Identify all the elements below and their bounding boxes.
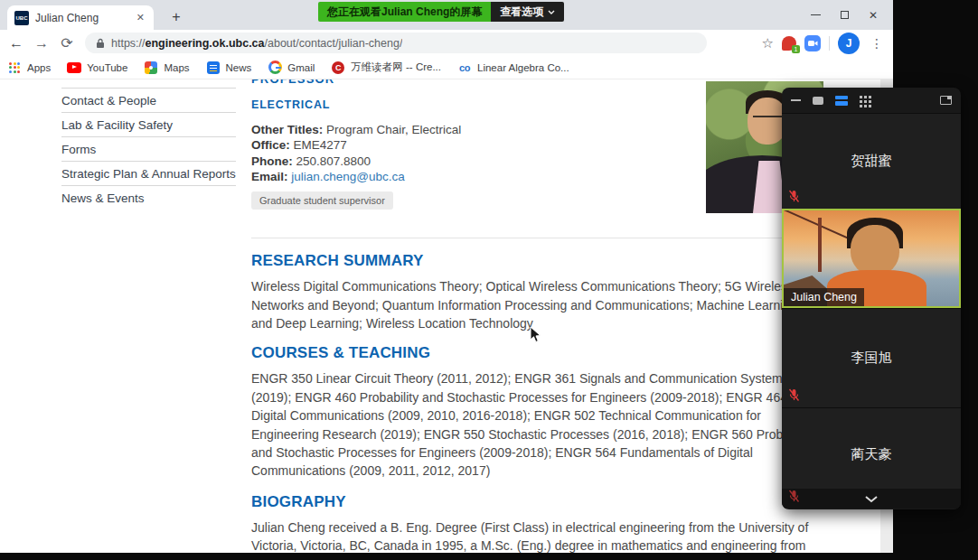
tab-title: Julian Cheng bbox=[35, 12, 128, 24]
biography-body: Julian Cheng received a B. Eng. Degree (… bbox=[251, 518, 893, 553]
gallery-view-icon[interactable] bbox=[860, 96, 862, 98]
zoom-panel-toolbar bbox=[782, 88, 961, 113]
toolbar-right: ☆ 1 J ⋮ bbox=[762, 30, 886, 56]
forward-button[interactable]: → bbox=[29, 35, 54, 51]
coursera-icon: co bbox=[457, 61, 472, 75]
speaker-view-icon[interactable] bbox=[813, 97, 823, 105]
profile-avatar[interactable]: J bbox=[838, 33, 860, 54]
participant-name-label: Julian Cheng bbox=[784, 288, 864, 306]
chevron-down-icon bbox=[548, 10, 555, 14]
collapse-chevron-icon[interactable] bbox=[864, 495, 879, 503]
bookmark-apps[interactable]: Apps bbox=[7, 61, 51, 75]
sidebar-item-lab-safety[interactable]: Lab & Facility Safety bbox=[61, 112, 236, 136]
reload-button[interactable]: ⟳ bbox=[54, 34, 80, 51]
field-label: Office: bbox=[251, 138, 290, 152]
field-value: Program Chair, Electrical bbox=[323, 123, 461, 136]
video-person-detail bbox=[851, 225, 899, 275]
zoom-participants-panel: 贺甜蜜 Julian Cheng 李国旭 bbox=[782, 88, 961, 509]
supervisor-badge: Graduate student supervisor bbox=[251, 191, 393, 210]
bookmark-news[interactable]: News bbox=[206, 61, 252, 75]
muted-mic-icon bbox=[788, 490, 800, 503]
address-bar[interactable]: https://engineering.ok.ubc.ca/about/cont… bbox=[85, 33, 707, 53]
participant-name: 贺甜蜜 bbox=[782, 114, 961, 209]
bookmark-creaders[interactable]: C 万维读者网 -- Cre... bbox=[331, 61, 441, 75]
sidebar-item-strategic-plan[interactable]: Strategic Plan & Annual Reports bbox=[61, 161, 236, 185]
creaders-icon: C bbox=[331, 61, 345, 75]
minimize-icon bbox=[811, 14, 821, 16]
back-button[interactable]: ← bbox=[4, 35, 29, 51]
field-label: Other Titles: bbox=[251, 123, 323, 136]
url-text: https://engineering.ok.ubc.ca/about/cont… bbox=[111, 37, 402, 50]
bookmark-gmail[interactable]: Gmail bbox=[268, 61, 315, 75]
field-value: 250.807.8800 bbox=[293, 154, 371, 168]
sidebar-item-news-events[interactable]: News & Events bbox=[61, 185, 236, 210]
sidebar-item-forms[interactable]: Forms bbox=[61, 136, 236, 161]
window-close-button[interactable]: ✕ bbox=[859, 4, 888, 27]
video-background-detail bbox=[818, 218, 822, 272]
bookmark-youtube[interactable]: YouTube bbox=[67, 61, 127, 75]
bookmark-coursera[interactable]: co Linear Algebra Co... bbox=[457, 61, 569, 75]
bookmark-maps[interactable]: Maps bbox=[144, 61, 189, 75]
bookmark-label: Maps bbox=[164, 62, 189, 73]
url-scheme: https:// bbox=[111, 37, 146, 50]
bookmarks-bar: Apps YouTube Maps News Gmail C 万维读者网 -- … bbox=[0, 56, 893, 79]
apps-grid-icon bbox=[7, 61, 22, 75]
new-tab-button[interactable]: + bbox=[165, 7, 187, 27]
page-side-nav: Contact & People Lab & Facility Safety F… bbox=[61, 88, 236, 210]
extension-badge: 1 bbox=[792, 45, 800, 53]
webpage-content: Contact & People Lab & Facility Safety F… bbox=[0, 79, 893, 553]
bookmark-label: News bbox=[226, 62, 252, 73]
window-controls: ✕ bbox=[801, 0, 888, 30]
participant-tile[interactable]: 李国旭 bbox=[782, 308, 961, 407]
screen: UBC Julian Cheng ✕ + ✕ 您正在观看Julian Cheng… bbox=[0, 0, 978, 560]
bookmark-label: Gmail bbox=[287, 62, 315, 73]
zoom-minimize-icon[interactable] bbox=[791, 99, 801, 101]
muted-mic-icon bbox=[788, 190, 800, 203]
layout-popout-icon[interactable] bbox=[940, 96, 952, 105]
browser-menu-button[interactable]: ⋮ bbox=[868, 36, 886, 51]
lock-icon bbox=[96, 38, 105, 49]
window-restore-button[interactable] bbox=[830, 4, 859, 27]
sidebar-item-contact-people[interactable]: Contact & People bbox=[61, 88, 236, 112]
strip-view-icon[interactable] bbox=[835, 96, 848, 106]
bookmark-star-icon[interactable]: ☆ bbox=[762, 35, 774, 51]
share-banner-text: 您正在观看Julian Cheng的屏幕 bbox=[318, 2, 491, 22]
url-path: /about/contact/julian-cheng/ bbox=[265, 37, 403, 50]
section-divider bbox=[251, 238, 868, 238]
video-camera-icon bbox=[808, 40, 818, 47]
restore-icon bbox=[841, 11, 849, 19]
tab-close-icon[interactable]: ✕ bbox=[135, 12, 146, 23]
photo-detail bbox=[753, 116, 782, 120]
ubc-favicon: UBC bbox=[14, 11, 29, 25]
muted-mic-icon bbox=[788, 388, 800, 402]
maps-icon bbox=[144, 61, 158, 75]
window-minimize-button[interactable] bbox=[801, 4, 830, 27]
participant-video-tile[interactable]: Julian Cheng bbox=[782, 209, 961, 308]
browser-tab[interactable]: UBC Julian Cheng ✕ bbox=[7, 5, 154, 30]
screen-share-banner: 您正在观看Julian Cheng的屏幕 查看选项 bbox=[318, 2, 564, 22]
bookmark-label: YouTube bbox=[87, 62, 127, 73]
extension-icon[interactable]: 1 bbox=[782, 36, 796, 51]
participant-tile[interactable]: 蔺天豪 bbox=[782, 407, 961, 509]
view-options-button[interactable]: 查看选项 bbox=[491, 2, 564, 22]
participant-name: 李国旭 bbox=[782, 309, 961, 407]
view-options-label: 查看选项 bbox=[500, 5, 543, 20]
url-host: engineering.ok.ubc.ca bbox=[146, 37, 265, 50]
participant-tile[interactable]: 贺甜蜜 bbox=[782, 113, 961, 209]
field-label: Phone: bbox=[251, 154, 293, 168]
bookmark-label: 万维读者网 -- Cre... bbox=[351, 61, 441, 74]
youtube-icon bbox=[67, 61, 81, 75]
field-value: EME4277 bbox=[290, 138, 347, 152]
zoom-extension-icon[interactable] bbox=[804, 35, 821, 51]
browser-toolbar: ← → ⟳ https://engineering.ok.ubc.ca/abou… bbox=[0, 30, 893, 56]
divider bbox=[829, 36, 830, 51]
bookmark-label: Linear Algebra Co... bbox=[477, 62, 569, 73]
email-link[interactable]: julian.cheng@ubc.ca bbox=[291, 170, 405, 183]
gmail-icon bbox=[268, 61, 282, 75]
field-label: Email: bbox=[251, 170, 288, 183]
mouse-cursor bbox=[530, 326, 541, 343]
bookmark-label: Apps bbox=[27, 62, 51, 73]
news-icon bbox=[206, 61, 221, 75]
browser-window: UBC Julian Cheng ✕ + ✕ 您正在观看Julian Cheng… bbox=[0, 0, 893, 553]
